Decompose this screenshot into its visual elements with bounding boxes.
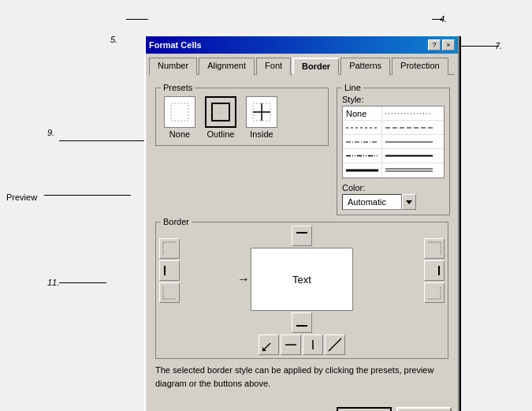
preset-none-label: None [169,129,190,139]
border-diag-down-icon [261,337,277,353]
line-solid1-svg [385,141,433,143]
border-right-icon [426,263,442,278]
annotation-11: 11. [47,278,59,287]
line-legend: Line [342,83,363,92]
tab-number[interactable]: Number [149,58,197,75]
ann7-line [453,46,499,47]
ann5-line [126,19,148,20]
help-button[interactable]: ? [428,39,441,50]
svg-rect-0 [171,103,188,121]
preset-inside-label: Inside [250,129,273,139]
border-top-left-icon [162,241,177,256]
line-style-thick[interactable] [343,163,382,177]
preset-outline-icon[interactable] [205,96,236,128]
ann9-line [59,140,147,141]
annotation-5: 5. [110,35,117,44]
preset-none: None [164,96,195,139]
border-buttons-row [259,334,345,355]
preset-outline-label: Outline [207,129,235,139]
border-diag-up-icon [327,337,343,353]
preset-inside-svg [250,100,273,124]
border-btn-top-left[interactable] [159,238,180,259]
line-solid2-svg [385,155,433,157]
tab-protection[interactable]: Protection [392,58,448,75]
ann11-line [59,282,106,283]
border-preview-box[interactable]: Text → [251,248,353,311]
border-btn-diag-up[interactable] [325,334,345,355]
line-style-dotted1[interactable] [382,106,444,121]
border-btn-top-right[interactable] [424,238,445,259]
close-button[interactable]: × [442,39,455,50]
dialog-footer: OK Cancel [146,404,458,411]
format-cells-dialog: Format Cells ? × Number Alignment Font B… [144,35,459,411]
border-btn-center-v[interactable] [303,334,323,355]
line-style-dashed1[interactable] [343,121,382,135]
tab-content: Presets None [149,74,455,401]
svg-rect-24 [296,233,307,241]
color-dropdown-btn[interactable] [402,194,416,210]
line-thick-svg [346,169,378,172]
border-btn-center-h[interactable] [281,334,301,355]
border-btn-top[interactable] [292,226,312,246]
line-style-label: Style: [342,95,445,104]
border-btn-left[interactable] [159,260,180,281]
tab-patterns[interactable]: Patterns [340,58,390,75]
cancel-button[interactable]: Cancel [396,407,452,411]
tab-alignment[interactable]: Alignment [199,58,255,75]
border-legend: Border [161,217,192,226]
line-style-solid2[interactable] [382,149,444,163]
border-layout: Text → [159,226,445,355]
border-center-v-icon [305,337,321,353]
presets-legend: Presets [161,83,195,92]
line-style-dashed2[interactable] [382,121,444,135]
color-value: Automatic [342,194,402,210]
line-style-solid1[interactable] [382,135,444,149]
ann4-line [432,19,444,20]
chevron-down-icon [406,200,412,204]
border-btn-bottom-left[interactable] [159,282,180,303]
line-style-dashdot1[interactable] [343,135,382,149]
border-btn-right[interactable] [424,260,445,281]
border-left-icon [162,263,177,278]
line-double-svg [385,168,433,173]
line-style-dashdot2[interactable] [343,149,382,163]
preset-none-icon[interactable] [164,96,195,128]
line-dashed1-svg [346,127,378,129]
border-bottom-left-icon [162,285,177,301]
border-bottom-icon [294,315,310,331]
line-dashed2-svg [385,127,433,129]
line-style-double[interactable] [382,163,444,177]
svg-rect-20 [165,266,174,275]
border-top-icon [294,228,310,244]
presets-row: None Outline [164,93,320,139]
preview-text: Text [292,274,311,286]
tab-border[interactable]: Border [292,58,339,75]
border-center-h-icon [283,337,299,353]
preset-outline-svg [209,100,233,124]
tab-font[interactable]: Font [256,58,291,75]
border-buttons-left [159,238,180,303]
preset-inside-icon[interactable] [246,96,277,128]
border-bottom-right-icon [426,285,442,301]
preview-label: Preview [6,192,37,202]
line-dashdot2-svg [346,155,378,157]
line-style-none[interactable]: None [343,106,382,121]
line-section-wrapper: Line Style: None [337,81,450,215]
info-text: The selected border style can be applied… [155,364,448,390]
svg-rect-38 [430,266,439,275]
tabs-bar: Number Alignment Font Border Patterns Pr… [146,54,458,74]
border-btn-bottom[interactable] [292,312,312,333]
titlebar: Format Cells ? × [146,36,458,54]
preview-arrow: → [237,272,250,286]
svg-rect-26 [296,318,307,326]
dialog-title: Format Cells [149,40,202,50]
line-dotted1-svg [385,113,433,114]
annotation-9: 9. [47,128,54,137]
ok-button[interactable]: OK [337,407,392,411]
border-btn-bottom-right[interactable] [424,282,445,303]
titlebar-buttons: ? × [428,39,455,50]
svg-marker-17 [406,200,412,204]
preset-outline: Outline [205,96,236,139]
border-btn-diag-down[interactable] [259,334,279,355]
border-section: Border [155,222,448,359]
